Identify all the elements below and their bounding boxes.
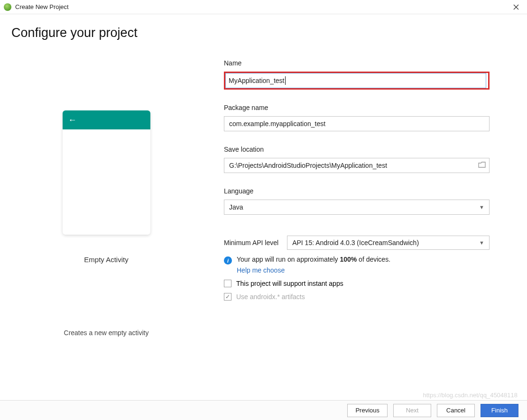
language-value: Java [229, 203, 243, 211]
api-level-select[interactable]: API 15: Android 4.0.3 (IceCreamSandwich)… [287, 236, 490, 250]
api-level-label: Minimum API level [224, 239, 278, 247]
next-button: Next [393, 404, 431, 417]
preview-appbar: ← [63, 110, 150, 129]
chevron-down-icon: ▼ [479, 240, 484, 246]
template-description: Creates a new empty activity [11, 329, 201, 337]
instant-apps-label: This project will support instant apps [236, 280, 343, 287]
info-suffix: of devices. [357, 256, 390, 263]
template-preview: ← [63, 110, 150, 235]
page-title: Configure your project [11, 26, 516, 40]
api-level-value: API 15: Android 4.0.3 (IceCreamSandwich) [292, 239, 419, 247]
help-me-choose-link[interactable]: Help me choose [237, 266, 490, 274]
device-coverage-info: i Your app will run on approximately 100… [224, 256, 490, 265]
info-prefix: Your app will run on approximately [237, 256, 340, 263]
androidx-checkbox: ✓ [224, 293, 231, 301]
package-label: Package name [224, 104, 490, 111]
window-title: Create New Project [15, 3, 69, 10]
language-label: Language [224, 187, 490, 195]
text-cursor [285, 76, 286, 85]
info-percent: 100% [340, 256, 357, 263]
finish-button[interactable]: Finish [481, 404, 518, 417]
instant-apps-row[interactable]: This project will support instant apps [224, 280, 490, 287]
androidx-label: Use androidx.* artifacts [236, 293, 305, 301]
package-field[interactable] [224, 116, 490, 131]
info-icon: i [224, 256, 232, 265]
browse-folder-icon[interactable] [478, 161, 486, 170]
instant-apps-checkbox[interactable] [224, 280, 231, 287]
androidx-row: ✓ Use androidx.* artifacts [224, 293, 490, 301]
previous-button[interactable]: Previous [347, 404, 388, 417]
preview-column: ← Empty Activity Creates a new empty act… [11, 59, 201, 400]
back-arrow-icon: ← [68, 115, 77, 125]
template-name: Empty Activity [84, 256, 128, 264]
close-icon[interactable] [509, 0, 523, 14]
save-location-field[interactable] [224, 158, 490, 173]
app-icon [4, 3, 11, 11]
chevron-down-icon: ▼ [479, 204, 484, 210]
form-column: Name MyApplication_test Package name Sav… [224, 59, 490, 400]
watermark-text: https://blog.csdn.net/qq_45048118 [423, 392, 518, 399]
cancel-button[interactable]: Cancel [437, 404, 475, 417]
language-select[interactable]: Java ▼ [224, 200, 490, 215]
content-area: Configure your project ← Empty Activity … [0, 14, 527, 400]
name-label: Name [224, 59, 490, 67]
footer-bar: Previous Next Cancel Finish [0, 400, 527, 420]
name-field[interactable]: MyApplication_test [225, 73, 486, 88]
save-location-label: Save location [224, 146, 490, 153]
name-highlight-box: MyApplication_test [224, 72, 490, 90]
titlebar: Create New Project [0, 0, 527, 14]
name-value: MyApplication_test [229, 77, 285, 84]
